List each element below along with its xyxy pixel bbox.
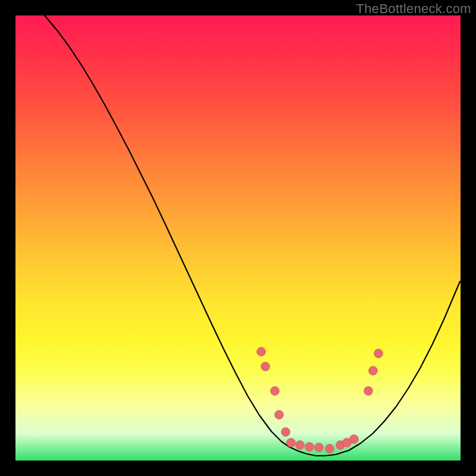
curve-marker — [364, 387, 373, 396]
chart-svg — [15, 15, 461, 461]
curve-marker — [305, 443, 314, 452]
curve-marker — [374, 349, 383, 358]
curve-marker — [287, 439, 296, 447]
curve-marker — [271, 387, 280, 396]
curve-marker — [257, 347, 266, 356]
curve-marker — [281, 428, 290, 437]
curve-marker — [315, 443, 324, 452]
curve-marker — [275, 411, 284, 419]
chart-frame: TheBottleneck.com — [0, 0, 476, 476]
curve-marker — [296, 441, 305, 450]
chart-plot-area — [15, 15, 461, 461]
curve-marker — [350, 435, 359, 444]
curve-markers — [257, 347, 383, 453]
curve-marker — [369, 367, 378, 375]
curve-marker — [261, 362, 270, 371]
curve-marker — [325, 444, 334, 453]
watermark-text: TheBottleneck.com — [356, 1, 471, 17]
bottleneck-curve — [45, 15, 460, 456]
